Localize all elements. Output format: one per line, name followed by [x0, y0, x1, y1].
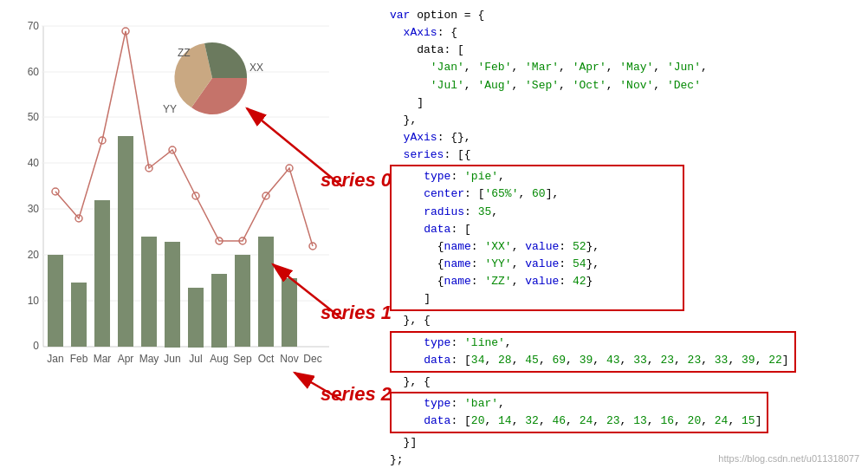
series0-box: type: 'pie', center: ['65%', 60], radius…: [390, 165, 684, 311]
code-line-1: var option = {: [390, 7, 859, 24]
series1-box: type: 'line', data: [34, 28, 45, 69, 39,…: [390, 331, 796, 373]
xlabel-sep: Sep: [233, 353, 252, 365]
code-s1-data: data: [34, 28, 45, 69, 39, 43, 33, 23, 2…: [397, 352, 789, 369]
code-s0-xx: {name: 'XX', value: 52},: [397, 238, 677, 256]
code-s0-center: center: ['65%', 60],: [397, 185, 677, 203]
svg-text:40: 40: [28, 157, 40, 169]
pie-label-xx: XX: [249, 62, 263, 74]
code-line-8: yAxis: {},: [390, 129, 859, 146]
code-line-5: 'Jul', 'Aug', 'Sep', 'Oct', 'Nov', 'Dec': [390, 77, 859, 94]
code-line-9: series: [{: [390, 146, 859, 164]
watermark: https://blog.csdn.net/u011318077: [718, 453, 859, 464]
xlabel-apr: Apr: [118, 353, 134, 365]
code-s2-data: data: [20, 14, 32, 46, 24, 23, 13, 16, 2…: [397, 413, 761, 430]
xlabel-jan: Jan: [47, 353, 63, 365]
xlabel-jul: Jul: [189, 353, 202, 365]
bar-jan: [48, 255, 63, 347]
svg-text:50: 50: [28, 111, 40, 123]
code-line-4: 'Jan', 'Feb', 'Mar', 'Apr', 'May', 'Jun'…: [390, 59, 859, 76]
bar-oct: [258, 237, 274, 347]
series2-box: type: 'bar', data: [20, 14, 32, 46, 24, …: [390, 392, 768, 433]
code-s0-zz: {name: 'ZZ', value: 42}: [397, 273, 677, 290]
svg-text:0: 0: [33, 340, 39, 352]
code-line-6: ]: [390, 94, 859, 112]
code-close1: }, {: [390, 374, 859, 391]
code-line-7: },: [390, 112, 859, 129]
svg-text:70: 70: [28, 20, 40, 32]
code-line-3: data: [: [390, 42, 859, 59]
svg-text:20: 20: [28, 249, 40, 261]
xlabel-nov: Nov: [280, 353, 298, 365]
bar-sep: [235, 255, 250, 347]
code-s2-type: type: 'bar',: [397, 395, 761, 413]
chart-area: 0 10 20 30 40 50 60 70: [0, 0, 372, 468]
code-close0: }, {: [390, 312, 859, 329]
pie-label-zz: ZZ: [178, 47, 191, 59]
code-s0-type: type: 'pie',: [397, 168, 677, 185]
xlabel-feb: Feb: [70, 353, 88, 365]
bar-jul: [188, 288, 204, 348]
main-container: 0 10 20 30 40 50 60 70: [0, 0, 868, 468]
code-s0-close: ]: [397, 290, 677, 308]
bar-apr: [118, 136, 133, 347]
code-s0-data: data: [: [397, 221, 677, 238]
xlabel-may: May: [139, 353, 159, 365]
svg-text:60: 60: [28, 66, 40, 78]
bar-mar: [94, 200, 110, 347]
bar-nov: [282, 278, 297, 347]
xlabel-dec: Dec: [303, 353, 321, 365]
code-line-2: xAxis: {: [390, 24, 859, 42]
xlabel-aug: Aug: [210, 353, 228, 365]
code-close2: }]: [390, 434, 859, 452]
svg-text:30: 30: [28, 203, 40, 215]
xlabel-mar: Mar: [94, 353, 112, 365]
pie-label-yy: YY: [163, 103, 177, 115]
bar-may: [141, 237, 157, 347]
bar-feb: [71, 283, 87, 347]
code-s0-radius: radius: 35,: [397, 204, 677, 221]
svg-text:10: 10: [28, 295, 40, 307]
code-s1-type: type: 'line',: [397, 335, 789, 352]
xlabel-jun: Jun: [164, 353, 180, 365]
code-s0-yy: {name: 'YY', value: 54},: [397, 256, 677, 273]
bar-jun: [165, 242, 180, 348]
bar-aug: [211, 274, 227, 348]
main-chart: 0 10 20 30 40 50 60 70: [9, 9, 338, 407]
code-area: var option = { xAxis: { data: [ 'Jan', '…: [372, 0, 868, 468]
xlabel-oct: Oct: [258, 353, 275, 365]
